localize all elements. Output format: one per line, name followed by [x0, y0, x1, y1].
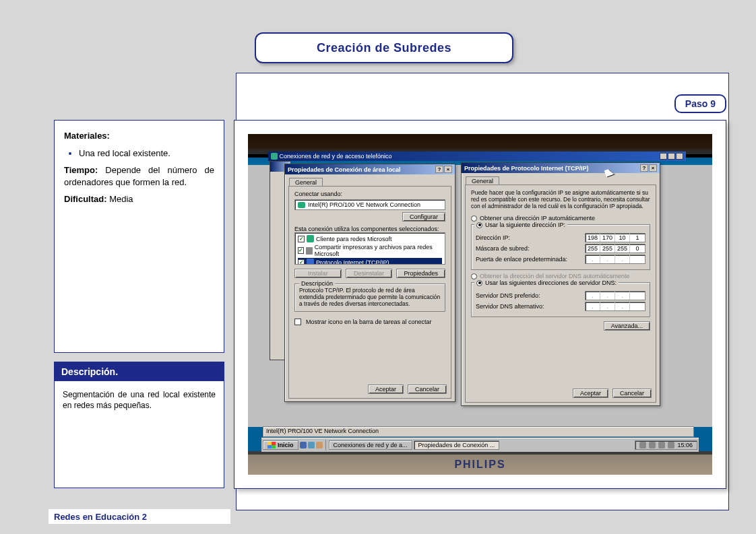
quicklaunch-icon[interactable]: [308, 442, 315, 448]
cancel-button[interactable]: Cancelar: [612, 389, 652, 398]
window-controls[interactable]: [660, 153, 683, 160]
description-group-label: Descripción: [299, 280, 335, 287]
explorer-icon: [271, 153, 278, 160]
system-tray[interactable]: 15:06: [635, 440, 697, 450]
show-icon-checkbox[interactable]: [294, 319, 301, 325]
radio-label: Obtener una dirección IP automáticamente: [480, 215, 595, 222]
radio-label: Usar las siguientes direcciones de servi…: [485, 279, 617, 286]
protocol-icon: [307, 259, 314, 265]
dns1-field[interactable]: ...: [585, 291, 645, 300]
help-icon[interactable]: ?: [435, 166, 443, 173]
ip-octet[interactable]: 255: [586, 244, 600, 253]
footer-bar: Redes en Educación 2: [49, 509, 230, 524]
materials-item: Una red local existente.: [79, 147, 214, 160]
radio-icon: [471, 273, 477, 279]
clock: 15:06: [677, 442, 693, 448]
explorer-titlebar: Conexiones de red y de acceso telefónico: [268, 152, 686, 161]
taskbar-button-active[interactable]: Propiedades de Conexión ...: [414, 440, 500, 450]
lan-dialog-titlebar[interactable]: Propiedades de Conexión de área local ?×: [285, 164, 455, 174]
adapter-field: Intel(R) PRO/100 VE Network Connection: [294, 199, 445, 210]
tcpip-intro-text: Puede hacer que la configuración IP se a…: [471, 189, 650, 209]
taskbar-button[interactable]: Conexiones de red y de a...: [329, 440, 412, 450]
lan-properties-dialog: Propiedades de Conexión de área local ?×…: [284, 164, 455, 402]
dns1-label: Servidor DNS preferido:: [476, 292, 540, 299]
ok-button[interactable]: Aceptar: [368, 385, 404, 394]
show-icon-label: Mostrar icono en la barra de tareas al c…: [306, 319, 445, 325]
start-label: Inicio: [278, 442, 294, 448]
checkbox-icon[interactable]: [298, 247, 304, 254]
quicklaunch-icon[interactable]: [316, 442, 323, 448]
page-title: Creación de Subredes: [255, 32, 513, 63]
window-controls[interactable]: ?×: [435, 166, 452, 173]
ip-octet[interactable]: 10: [615, 234, 630, 242]
ip-octet[interactable]: 255: [615, 244, 630, 253]
description-heading: Descripción.: [55, 362, 224, 381]
component-item[interactable]: Cliente para redes Microsoft: [298, 234, 442, 243]
tray-icon[interactable]: [649, 442, 656, 448]
component-item-selected[interactable]: Protocolo Internet (TCP/IP): [298, 258, 442, 265]
description-panel: Descripción. Segmentación de una red loc…: [54, 362, 224, 488]
materials-panel: Materiales: Una red local existente. Tie…: [54, 120, 224, 353]
component-label: Cliente para redes Microsoft: [316, 236, 392, 242]
ip-octet[interactable]: 0: [630, 244, 645, 253]
close-icon[interactable]: ×: [649, 164, 657, 172]
dificultad-text: Media: [109, 194, 133, 204]
components-label: Esta conexión utiliza los componentes se…: [294, 226, 445, 232]
connect-using-label: Conectar usando:: [294, 191, 445, 197]
materials-heading: Materiales:: [64, 131, 110, 141]
configure-button[interactable]: Configurar: [402, 212, 445, 222]
start-button[interactable]: Inicio: [263, 440, 298, 450]
tcpip-properties-dialog: Propiedades de Protocolo Internet (TCP/I…: [461, 162, 660, 406]
gateway-field[interactable]: ...: [585, 255, 645, 264]
advanced-button[interactable]: Avanzada...: [604, 321, 650, 331]
tray-icon[interactable]: [668, 442, 674, 448]
share-icon: [306, 247, 313, 255]
screenshot-frame: Conexiones de red y de acceso telefónico…: [234, 120, 726, 489]
ip-octet[interactable]: 170: [600, 234, 615, 242]
properties-button[interactable]: Propiedades: [396, 269, 445, 278]
ip-octet[interactable]: 198: [586, 234, 600, 242]
ip-octet[interactable]: 255: [600, 244, 615, 253]
ok-button[interactable]: Aceptar: [573, 389, 608, 398]
tcpip-dialog-title: Propiedades de Protocolo Internet (TCP/I…: [464, 165, 589, 172]
tcpip-dialog-titlebar[interactable]: Propiedades de Protocolo Internet (TCP/I…: [462, 163, 660, 173]
radio-icon: [476, 222, 482, 228]
radio-label: Usar la siguiente dirección IP:: [485, 222, 565, 228]
explorer-statusbar: Intel(R) PRO/100 VE Network Connection: [263, 426, 694, 437]
checkbox-icon[interactable]: [298, 259, 305, 265]
nic-icon: [298, 202, 305, 208]
mask-field[interactable]: 255 255 255 0: [585, 244, 645, 253]
help-icon[interactable]: ?: [640, 164, 648, 172]
ip-octet[interactable]: 1: [630, 234, 645, 242]
window-controls[interactable]: ?×: [640, 164, 657, 172]
description-text: Protocolo TCP/IP. El protocolo de red de…: [299, 287, 441, 307]
tray-icon[interactable]: [658, 442, 665, 448]
uninstall-button[interactable]: Desinstalar: [346, 269, 393, 278]
components-list[interactable]: Cliente para redes Microsoft Compartir i…: [294, 232, 445, 265]
monitor-photo: Conexiones de red y de acceso telefónico…: [248, 134, 712, 475]
adapter-name: Intel(R) PRO/100 VE Network Connection: [308, 201, 420, 208]
taskbar: Inicio Conexiones de red y de a... Propi…: [261, 438, 699, 452]
step-tab: Paso 9: [674, 94, 726, 113]
component-label: Compartir impresoras y archivos para red…: [315, 244, 442, 257]
explorer-title-text: Conexiones de red y de acceso telefónico: [280, 153, 392, 160]
quicklaunch-icon[interactable]: [300, 442, 307, 448]
component-label: Protocolo Internet (TCP/IP): [316, 259, 389, 265]
dns2-label: Servidor DNS alternativo:: [476, 303, 544, 310]
close-icon[interactable]: ×: [444, 166, 452, 173]
checkbox-icon[interactable]: [298, 236, 305, 242]
dns2-field[interactable]: ...: [585, 302, 645, 311]
lan-dialog-title: Propiedades de Conexión de área local: [288, 166, 401, 173]
cancel-button[interactable]: Cancelar: [408, 385, 447, 394]
ip-field[interactable]: 198 170 10 1: [585, 233, 645, 242]
radio-auto-dns: Obtener la dirección del servidor DNS au…: [471, 273, 650, 279]
gateway-label: Puerta de enlace predeterminada:: [476, 256, 567, 263]
radio-manual-dns[interactable]: Usar las siguientes direcciones de servi…: [474, 279, 619, 286]
ip-label: Dirección IP:: [476, 234, 510, 241]
radio-manual-ip[interactable]: Usar la siguiente dirección IP:: [474, 222, 567, 228]
install-button[interactable]: Instalar: [294, 269, 342, 278]
radio-label: Obtener la dirección del servidor DNS au…: [480, 273, 630, 279]
radio-auto-ip[interactable]: Obtener una dirección IP automáticamente: [471, 215, 650, 222]
tray-icon[interactable]: [639, 442, 646, 448]
component-item[interactable]: Compartir impresoras y archivos para red…: [298, 243, 442, 258]
